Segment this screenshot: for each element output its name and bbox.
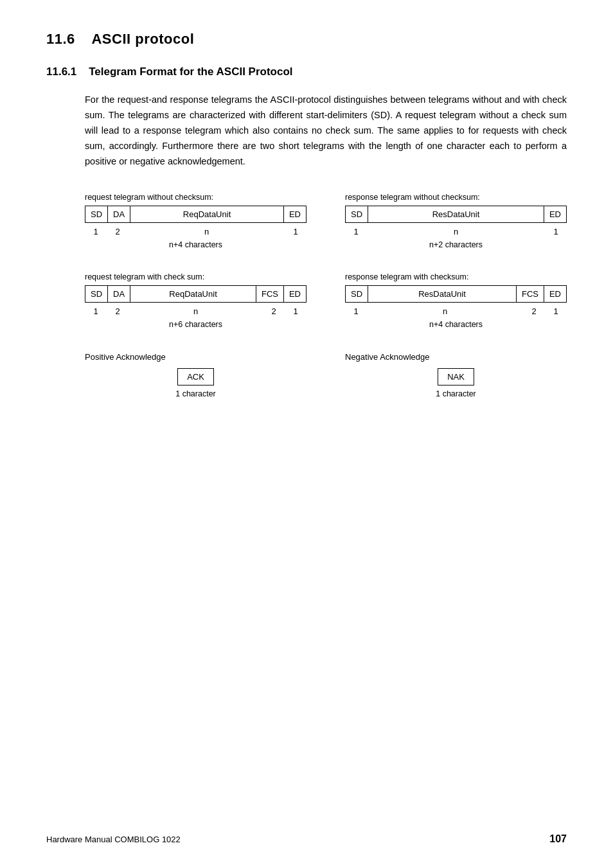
diagram2-right-label: response telegram with checksum: (345, 272, 567, 281)
footer-page: 107 (549, 833, 567, 845)
cell-da2: DA (108, 286, 130, 302)
ack-chars-negative: 1 character (345, 389, 567, 398)
cell-resdataunit2: ResDataUnit (368, 286, 517, 302)
rnum2-1a: 1 (345, 306, 367, 316)
cell-da: DA (108, 206, 130, 222)
cell-sd-r2: SD (346, 286, 368, 302)
diagram-col-res-no-cs: response telegram without checksum: SD R… (345, 193, 567, 249)
section-number: 11.6 (46, 31, 75, 47)
ack-box-ack: ACK (177, 368, 214, 385)
telegram-box-res-no-cs: SD ResDataUnit ED (345, 206, 567, 223)
ack-box-nak: NAK (438, 368, 474, 385)
num2-na: n (129, 306, 263, 316)
cell-resdataunit: ResDataUnit (368, 206, 544, 222)
rnum-na: n (367, 227, 545, 236)
num2-1b: 1 (285, 306, 306, 316)
ack-chars-positive: 1 character (85, 389, 306, 398)
subsection-title: 11.6.1 Telegram Format for the ASCII Pro… (46, 66, 567, 78)
num-1b: 1 (285, 227, 306, 236)
rnum2-na: n (367, 306, 523, 316)
cell-sd-r: SD (346, 206, 368, 222)
subsection-title-text: Telegram Format for the ASCII Protocol (89, 66, 292, 78)
section-title-text: ASCII protocol (91, 31, 194, 47)
num-na: n (129, 227, 285, 236)
rnum2-2b: 2 (523, 306, 545, 316)
diagram2-left-label: request telegram with check sum: (85, 272, 306, 281)
page: 11.6 ASCII protocol 11.6.1 Telegram Form… (0, 0, 613, 868)
cell-ed-r: ED (544, 206, 566, 222)
diagram-col-res-cs: response telegram with checksum: SD ResD… (345, 272, 567, 329)
cell-sd2: SD (85, 286, 108, 302)
cell-ed: ED (284, 206, 306, 222)
telegram-box-res-cs: SD ResDataUnit FCS ED (345, 285, 567, 303)
num2-1a: 1 (85, 306, 107, 316)
ack-row: Positive Acknowledge ACK 1 character Neg… (85, 352, 567, 398)
diagram-row-2: request telegram with check sum: SD DA R… (85, 272, 567, 329)
diagram1-left-label: request telegram without checksum: (85, 193, 306, 202)
cell-reqdataunit2: ReqDataUnit (130, 286, 256, 302)
diagram1-right-label: response telegram without checksum: (345, 193, 567, 202)
ack-box-wrapper-negative: NAK (345, 368, 567, 385)
section-title: 11.6 ASCII protocol (46, 31, 567, 48)
telegram-box-req-no-cs: SD DA ReqDataUnit ED (85, 206, 306, 223)
cell-ed2: ED (284, 286, 306, 302)
cell-fcs-r: FCS (517, 286, 544, 302)
diagram2-left-chars: n+6 characters (85, 320, 306, 329)
telegram-box-req-cs: SD DA ReqDataUnit FCS ED (85, 285, 306, 303)
body-paragraph: For the request-and response telegrams t… (85, 93, 567, 170)
cell-fcs: FCS (256, 286, 284, 302)
diagram-row-1: request telegram without checksum: SD DA… (85, 193, 567, 249)
ack-col-positive: Positive Acknowledge ACK 1 character (85, 352, 306, 398)
ack-box-wrapper-positive: ACK (85, 368, 306, 385)
num-1a: 1 (85, 227, 107, 236)
diagram1-right-chars: n+2 characters (345, 240, 567, 249)
diagram2-right-chars: n+4 characters (345, 320, 567, 329)
subsection-number: 11.6.1 (46, 66, 76, 78)
cell-ed-r2: ED (544, 286, 566, 302)
num2-2b: 2 (263, 306, 285, 316)
rnum-1b: 1 (545, 227, 567, 236)
rnum2-1b: 1 (545, 306, 567, 316)
diagrams-area: request telegram without checksum: SD DA… (85, 193, 567, 398)
diagram-col-req-no-cs: request telegram without checksum: SD DA… (85, 193, 306, 249)
rnum-1a: 1 (345, 227, 367, 236)
diagram1-left-chars: n+4 characters (85, 240, 306, 249)
num2-2a: 2 (107, 306, 129, 316)
cell-sd: SD (85, 206, 108, 222)
footer-manual: Hardware Manual COMBILOG 1022 (46, 835, 181, 844)
footer: Hardware Manual COMBILOG 1022 107 (46, 833, 567, 845)
ack-col-negative: Negative Acknowledge NAK 1 character (345, 352, 567, 398)
ack-label-negative: Negative Acknowledge (345, 352, 567, 362)
num-2a: 2 (107, 227, 129, 236)
diagram-col-req-cs: request telegram with check sum: SD DA R… (85, 272, 306, 329)
ack-label-positive: Positive Acknowledge (85, 352, 306, 362)
cell-reqdataunit: ReqDataUnit (130, 206, 284, 222)
